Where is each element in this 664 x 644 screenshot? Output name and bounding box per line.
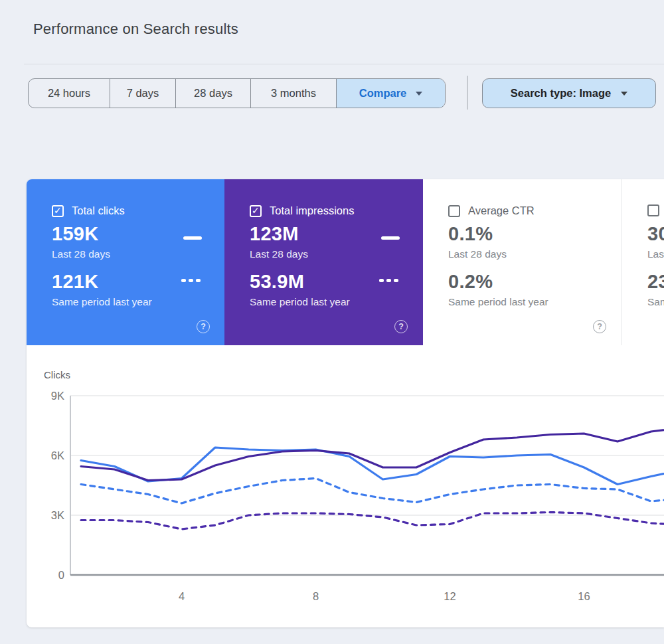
metric-caption-previous: Same period last year [52,296,152,308]
date-range-7-days[interactable]: 7 days [110,79,175,108]
help-icon[interactable]: ? [394,320,408,333]
checkbox-fourth-metric[interactable]: ✓ [647,204,659,216]
check-icon: ✓ [54,205,62,216]
clicks-chart: 9K6K3K0481216 [27,352,664,627]
svg-text:4: 4 [179,590,185,602]
date-range-3-months[interactable]: 3 months [250,79,336,108]
metric-value-previous: 121K [52,271,99,293]
help-icon[interactable]: ? [593,320,606,333]
metric-card-average-ctr[interactable]: ✓ Average CTR 0.1% Last 28 days 0.2% Sam… [423,179,622,345]
svg-text:8: 8 [313,590,319,602]
svg-text:3K: 3K [51,509,64,521]
metric-header: ✓ Total clicks [52,204,125,217]
performance-panel: ✓ Total clicks 159K Last 28 days 121K Sa… [27,179,664,627]
legend-solid-line-icon [183,236,202,240]
date-range-control: 24 hours 7 days 28 days 3 months Compare [28,78,446,108]
metric-header: ✓ [647,204,664,216]
metric-caption-previous: Same period last year [250,296,350,308]
legend-dashed-line-icon [181,279,201,282]
legend-solid-line-icon [381,236,400,240]
metric-header: ✓ Total impressions [250,204,354,217]
svg-text:16: 16 [578,590,590,602]
metric-caption-previous: Same period last year [448,296,548,308]
checkbox-total-impressions[interactable]: ✓ [250,205,262,217]
metric-card-total-clicks[interactable]: ✓ Total clicks 159K Last 28 days 121K Sa… [27,179,224,345]
page-title: Performance on Search results [33,21,238,38]
metric-label: Total clicks [72,204,125,217]
checkbox-average-ctr[interactable]: ✓ [448,205,460,217]
svg-text:6K: 6K [51,449,64,461]
legend-dashed-line-icon [379,279,398,282]
search-type-label: Search type: Image [511,87,611,100]
metric-value-current: 123M [250,223,299,245]
help-icon[interactable]: ? [197,320,210,333]
checkbox-total-clicks[interactable]: ✓ [52,205,64,217]
check-icon: ✓ [252,205,260,216]
compare-button[interactable]: Compare [336,79,445,108]
chevron-down-icon [621,92,627,96]
metric-label: Total impressions [270,204,354,217]
metric-value-current: 159K [52,223,99,245]
metric-caption-current: Last 28 days [52,248,110,260]
metric-card-total-impressions[interactable]: ✓ Total impressions 123M Last 28 days 53… [224,179,423,345]
header-divider [24,64,664,64]
svg-text:12: 12 [444,590,456,602]
metric-card-fourth[interactable]: ✓ 30 Last 28 days 23 Same period last ye… [622,179,664,345]
metric-value-current: 30 [647,223,664,245]
metric-caption-current: Last 28 days [448,248,507,260]
search-type-button[interactable]: Search type: Image [482,78,656,108]
date-range-24-hours[interactable]: 24 hours [29,79,110,108]
metric-caption-current: Last 28 days [647,248,664,260]
metric-value-previous: 23 [647,271,664,293]
metric-value-current: 0.1% [448,223,493,245]
metric-label: Average CTR [468,204,535,217]
svg-text:9K: 9K [51,390,64,402]
metric-value-previous: 53.9M [250,271,304,293]
metric-header: ✓ Average CTR [448,204,535,217]
date-range-28-days[interactable]: 28 days [175,79,250,108]
chevron-down-icon [416,92,422,96]
compare-label: Compare [359,87,407,100]
svg-text:0: 0 [58,569,64,581]
metric-caption-previous: Same period last year [647,296,664,308]
metric-value-previous: 0.2% [448,271,493,293]
filters-divider [467,76,468,110]
metric-caption-current: Last 28 days [250,248,308,260]
